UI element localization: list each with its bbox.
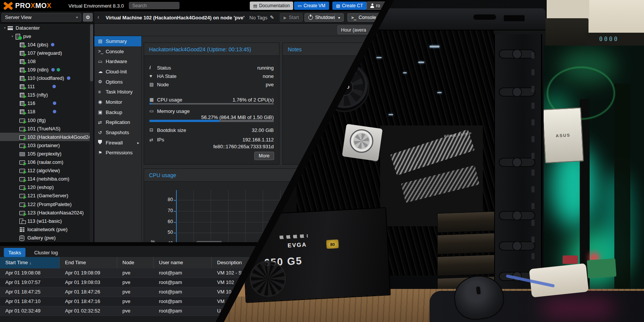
- menu-item-console[interactable]: >_Console: [94, 46, 141, 57]
- tree-item[interactable]: 106 (raular.com): [0, 158, 94, 167]
- edit-tags-icon[interactable]: ✎: [270, 14, 274, 20]
- menu-item-monitor[interactable]: ◉Monitor: [94, 97, 141, 107]
- tree-item[interactable]: 103 (portainer): [0, 141, 94, 149]
- vm-running-icon: [19, 117, 25, 123]
- memory-progress-bar: [149, 120, 274, 122]
- start-button[interactable]: ▶Start: [280, 13, 303, 22]
- table-cell: root@pam: [154, 287, 212, 297]
- tree-item[interactable]: 104 (pbs): [0, 40, 94, 49]
- tree-item-label: 113 (w11-basic): [27, 218, 62, 224]
- cpu-usage-value: 1.76% of 2 CPU(s): [233, 97, 274, 103]
- lxc-running-icon: [19, 59, 25, 64]
- menu-item-cloud-init[interactable]: ☁Cloud-Init: [94, 67, 141, 77]
- table-cell: Apr 01 19:08:03: [60, 278, 117, 287]
- table-cell: Apr 01 19:08:09: [60, 268, 117, 278]
- tree-item[interactable]: 123 (HackatonNasa2024): [0, 208, 94, 217]
- list-icon: ≡: [98, 89, 106, 95]
- menu-item-task-history[interactable]: ≡Task History: [94, 87, 141, 97]
- tree-item[interactable]: 118: [0, 108, 94, 116]
- status-dot: [52, 85, 56, 88]
- tree-item-label: 112 (algoView): [27, 168, 60, 173]
- tree-item[interactable]: 101 (TrueNAS): [0, 124, 94, 133]
- view-selector[interactable]: Server View▾: [2, 13, 81, 22]
- create-ct-button[interactable]: ▧Create CT: [332, 2, 367, 10]
- menu-item-label: Backup: [106, 109, 122, 115]
- tree-item-label: 118: [27, 109, 35, 114]
- menu-item-snapshots[interactable]: ↺Snapshots: [94, 127, 141, 138]
- documentation-button[interactable]: ▤Documentation: [250, 2, 293, 10]
- tab-tasks[interactable]: Tasks: [4, 248, 25, 257]
- cloud-icon: ☁: [98, 69, 106, 74]
- sidebar-settings-button[interactable]: ⚙: [83, 13, 93, 22]
- menu-item-permissions[interactable]: ⚑Permissions: [94, 148, 141, 158]
- tree-item[interactable]: 100 (tfg): [0, 116, 94, 124]
- back-chevron-icon[interactable]: ‹: [97, 14, 99, 21]
- status-panel: HackatonHack4Good24 (Uptime: 00:13:45) i…: [144, 43, 279, 165]
- caret-icon[interactable]: ▾: [10, 35, 15, 38]
- status-dot: [53, 102, 56, 105]
- tab-cluster-log[interactable]: Cluster log: [30, 248, 62, 257]
- menu-item-backup[interactable]: ▣Backup: [94, 107, 141, 117]
- tree-item[interactable]: 112 (algoView): [0, 167, 94, 175]
- menu-item-replication[interactable]: ⇄Replication: [94, 117, 141, 128]
- menu-item-label: Options: [106, 79, 123, 85]
- tree-scrollbar-thumb[interactable]: [90, 24, 93, 81]
- caret-icon[interactable]: ▾: [2, 26, 7, 30]
- floppy-icon: ▣: [98, 109, 106, 115]
- tree-item[interactable]: 110 (cloudflared): [0, 74, 94, 82]
- menu-item-options[interactable]: ⚙Options: [94, 77, 141, 87]
- ip-address: 192.168.1.112: [213, 136, 274, 143]
- menu-item-summary[interactable]: ▤Summary: [94, 36, 141, 46]
- more-button[interactable]: More: [254, 152, 274, 160]
- column-header-start-time[interactable]: Start Time↓: [0, 257, 60, 268]
- tree-item[interactable]: 115 (nfty): [0, 91, 94, 99]
- tree-item[interactable]: 107 (wireguard): [0, 49, 94, 57]
- menu-item-label: Task History: [106, 89, 133, 95]
- ip-address: fe80::1760:265a:7333:931d: [213, 143, 274, 150]
- tree-item-label: 103 (portainer): [27, 143, 60, 148]
- tree-item[interactable]: Gallery (pve): [0, 233, 94, 242]
- lxc-running-icon: [19, 67, 25, 73]
- table-cell: pve: [117, 306, 154, 316]
- tree-item[interactable]: 108: [0, 57, 94, 65]
- tree-item[interactable]: 121 (GameServer): [0, 192, 94, 200]
- vm-running-icon: [19, 210, 25, 216]
- table-cell: Apr 01 18:47:10: [0, 297, 60, 306]
- drive-latch: [499, 158, 535, 167]
- tree-item[interactable]: 122 (PromptPalette): [0, 200, 94, 208]
- sync-icon: ⇄: [98, 120, 106, 125]
- tree-item[interactable]: 109 (n8n): [0, 65, 94, 74]
- vm-running-icon: [19, 184, 25, 190]
- tree-item[interactable]: 120 (eshop): [0, 183, 94, 192]
- console-button[interactable]: >_Console: [347, 13, 380, 22]
- tree-item[interactable]: ▾Datacenter: [0, 24, 94, 32]
- search-input[interactable]: [129, 2, 179, 9]
- shutdown-menu-button[interactable]: ▾: [335, 13, 344, 22]
- menu-item-firewall[interactable]: Firewall▸: [94, 138, 141, 148]
- terminal-icon: >_: [98, 49, 106, 54]
- rgb-glow: [544, 300, 612, 316]
- tree-item[interactable]: ▾pve: [0, 32, 94, 40]
- column-header-end-time[interactable]: End Time: [60, 257, 117, 268]
- y-tick-label: 60: [159, 219, 173, 224]
- tree-item[interactable]: 116: [0, 99, 94, 108]
- tree-item[interactable]: 114 (netshiba.com): [0, 175, 94, 183]
- table-cell: Apr 01 02:32:49: [0, 306, 60, 316]
- column-header-user-name[interactable]: User name: [154, 257, 212, 268]
- tree-item[interactable]: localnetwork (pve): [0, 225, 94, 233]
- tree-item[interactable]: 111: [0, 82, 94, 91]
- tree-item[interactable]: 105 (perplexity): [0, 149, 94, 158]
- gear-icon: ⚙: [86, 14, 90, 20]
- node-value: pve: [266, 82, 274, 87]
- menu-item-hardware[interactable]: ▭Hardware: [94, 56, 141, 67]
- table-cell: root@pam: [154, 268, 212, 278]
- gear-icon: ⚙: [98, 79, 106, 84]
- tree-item[interactable]: 102 (HackatonHack4Good24): [0, 133, 94, 141]
- column-header-node[interactable]: Node: [117, 257, 154, 268]
- status-dot: [57, 68, 60, 71]
- create-vm-button[interactable]: ▭Create VM: [294, 2, 329, 10]
- tree-item[interactable]: 113 (w11-basic): [0, 217, 94, 225]
- tree-item-label: 102 (HackatonHack4Good24): [27, 134, 93, 140]
- cpu-icon: ▦: [149, 97, 157, 102]
- tree-item-label: 111: [27, 84, 35, 89]
